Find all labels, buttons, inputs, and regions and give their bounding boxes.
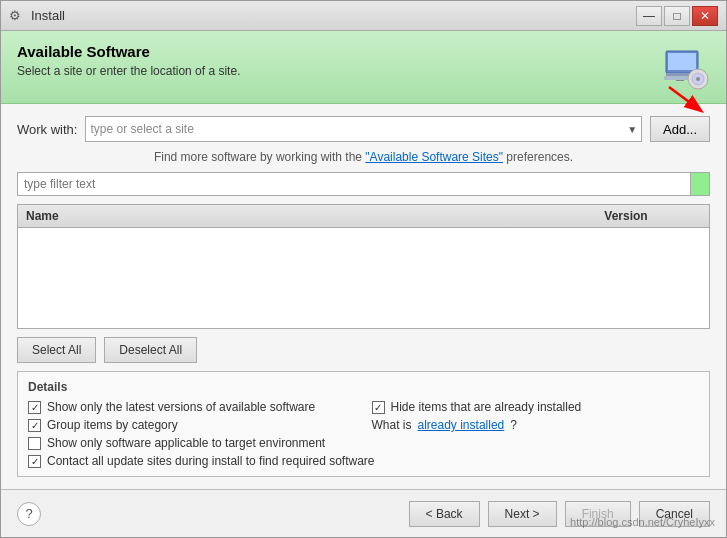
content-area: Available Software Select a site or ente… (1, 31, 726, 537)
details-section: Details Show only the latest versions of… (17, 371, 710, 477)
available-software-title: Available Software (17, 43, 240, 60)
title-bar-buttons: — □ ✕ (636, 6, 718, 26)
detail-already-installed: What is already installed? (372, 418, 700, 432)
already-installed-link[interactable]: already installed (418, 418, 505, 432)
combo-placeholder: type or select a site (90, 122, 193, 136)
detail-contact-update: Contact all update sites during install … (28, 454, 699, 468)
add-button[interactable]: Add... (650, 116, 710, 142)
hide-installed-label: Hide items that are already installed (391, 400, 582, 414)
header-text: Available Software Select a site or ente… (17, 43, 240, 78)
find-more-suffix: preferences. (503, 150, 573, 164)
filter-row (17, 172, 710, 196)
work-with-row: Work with: type or select a site ▼ Add..… (17, 116, 710, 142)
latest-versions-label: Show only the latest versions of availab… (47, 400, 315, 414)
window-title: Install (31, 8, 65, 23)
selection-button-row: Select All Deselect All (17, 337, 710, 363)
filter-input[interactable] (17, 172, 710, 196)
header-subtitle: Select a site or enter the location of a… (17, 64, 240, 78)
select-all-button[interactable]: Select All (17, 337, 96, 363)
svg-rect-1 (668, 53, 696, 70)
software-table: Name Version (17, 204, 710, 329)
details-grid: Show only the latest versions of availab… (28, 400, 699, 468)
target-environment-checkbox[interactable] (28, 437, 41, 450)
main-body: Work with: type or select a site ▼ Add..… (1, 104, 726, 489)
back-button[interactable]: < Back (409, 501, 480, 527)
close-button[interactable]: ✕ (692, 6, 718, 26)
deselect-all-button[interactable]: Deselect All (104, 337, 197, 363)
header-section: Available Software Select a site or ente… (1, 31, 726, 104)
detail-group-by-category: Group items by category (28, 418, 356, 432)
already-installed-suffix: ? (510, 418, 517, 432)
maximize-button[interactable]: □ (664, 6, 690, 26)
svg-point-6 (696, 77, 700, 81)
column-version: Version (551, 209, 701, 223)
work-with-combo[interactable]: type or select a site ▼ (85, 116, 642, 142)
table-header: Name Version (18, 205, 709, 228)
already-installed-prefix: What is (372, 418, 412, 432)
footer-left: ? (17, 502, 41, 526)
finish-button[interactable]: Finish (565, 501, 631, 527)
group-by-category-label: Group items by category (47, 418, 178, 432)
detail-target-environment: Show only software applicable to target … (28, 436, 356, 450)
target-environment-label: Show only software applicable to target … (47, 436, 325, 450)
column-name: Name (26, 209, 551, 223)
next-button[interactable]: Next > (488, 501, 557, 527)
latest-versions-checkbox[interactable] (28, 401, 41, 414)
filter-green-indicator (690, 172, 710, 196)
hide-installed-checkbox[interactable] (372, 401, 385, 414)
window-icon: ⚙ (9, 8, 25, 24)
footer: ? < Back Next > Finish Cancel (1, 489, 726, 537)
available-software-sites-link[interactable]: "Available Software Sites" (365, 150, 503, 164)
help-button[interactable]: ? (17, 502, 41, 526)
group-by-category-checkbox[interactable] (28, 419, 41, 432)
title-bar-left: ⚙ Install (9, 8, 65, 24)
contact-update-label: Contact all update sites during install … (47, 454, 375, 468)
minimize-button[interactable]: — (636, 6, 662, 26)
work-with-label: Work with: (17, 122, 77, 137)
details-title: Details (28, 380, 699, 394)
install-window: ⚙ Install — □ ✕ Available Software Selec… (0, 0, 727, 538)
title-bar: ⚙ Install — □ ✕ (1, 1, 726, 31)
svg-rect-7 (676, 80, 684, 81)
cancel-button[interactable]: Cancel (639, 501, 710, 527)
software-icon (662, 43, 710, 91)
find-more-prefix: Find more software by working with the (154, 150, 365, 164)
find-more-row: Find more software by working with the "… (17, 150, 710, 164)
detail-latest-versions: Show only the latest versions of availab… (28, 400, 356, 414)
detail-hide-installed: Hide items that are already installed (372, 400, 700, 414)
combo-arrow-icon: ▼ (627, 124, 637, 135)
contact-update-checkbox[interactable] (28, 455, 41, 468)
footer-right: < Back Next > Finish Cancel (409, 501, 710, 527)
